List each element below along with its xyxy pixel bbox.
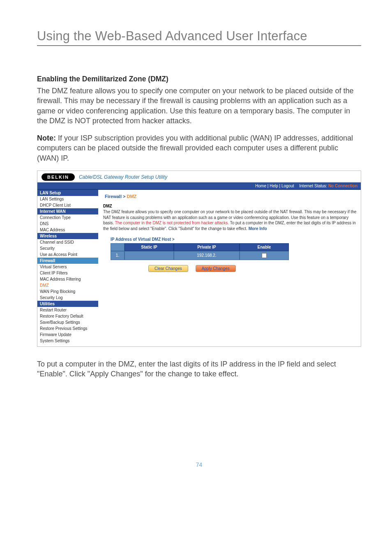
dmz-table-header-row: Static IP Private IP Enable (111, 243, 357, 251)
sidebar-item-mac-filtering[interactable]: MAC Address Filtering (37, 276, 98, 282)
enable-checkbox[interactable] (262, 253, 267, 258)
internet-status-value: No Connection (328, 184, 357, 188)
sidebar-item-firmware-update[interactable]: Firmware Update (37, 332, 98, 338)
th-enable: Enable (240, 243, 289, 251)
sidebar-item-virtual-servers[interactable]: Virtual Servers (37, 264, 98, 270)
sidebar-item-security[interactable]: Security (37, 245, 98, 251)
internet-status-label: Internet Status: (299, 184, 327, 188)
sidebar-head-lan: LAN Setup (37, 190, 98, 196)
sidebar-item-dns[interactable]: DNS (37, 221, 98, 227)
sidebar-item-restore-previous[interactable]: Restore Previous Settings (37, 325, 98, 332)
sidebar-item-save-backup[interactable]: Save/Backup Settings (37, 319, 98, 325)
sidebar-item-system-settings[interactable]: System Settings (37, 338, 98, 344)
th-private-ip: Private IP (174, 243, 240, 251)
clear-changes-button[interactable]: Clear Changes (148, 265, 188, 272)
topbar: Home | Help | Logout Internet Status: No… (37, 182, 361, 190)
breadcrumb-firewall: Firewall > (105, 194, 127, 199)
sidebar-item-security-log[interactable]: Security Log (37, 295, 98, 301)
virtual-dmz-subhead: IP Address of Virtual DMZ Host > (111, 237, 357, 242)
sidebar-item-channel-ssid[interactable]: Channel and SSID (37, 239, 98, 245)
sidebar-head-wan: Internet WAN (37, 208, 98, 214)
td-private-ip[interactable]: 192.168.2. (174, 251, 240, 260)
th-index-spacer (111, 243, 125, 251)
sidebar-item-lan-settings[interactable]: LAN Settings (37, 196, 98, 202)
nav-home-link[interactable]: Home (255, 184, 266, 188)
shot-header-bar: BELKIN Cable/DSL Gateway Router Setup Ut… (37, 171, 361, 182)
sidebar-item-use-as-ap[interactable]: Use as Access Point (37, 251, 98, 258)
sidebar-head-wireless: Wireless (37, 233, 98, 239)
router-ui-screenshot: BELKIN Cable/DSL Gateway Router Setup Ut… (37, 171, 361, 347)
note-body: If your ISP subscription provides you wi… (37, 134, 353, 162)
belkin-logo: BELKIN (42, 173, 75, 181)
content-section-label: DMZ (103, 204, 357, 208)
nav-help-link[interactable]: Help (270, 184, 278, 188)
sidebar: LAN Setup LAN Settings DHCP Client List … (37, 190, 98, 346)
button-row: Clear Changes Apply Changes (148, 265, 357, 272)
nav-logout-link[interactable]: Logout (281, 184, 294, 188)
page-title: Using the Web-Based Advanced User Interf… (37, 29, 361, 44)
sidebar-item-client-ip-filters[interactable]: Client IP Filters (37, 270, 98, 276)
td-static-ip[interactable] (125, 251, 174, 260)
page-number: 74 (37, 461, 361, 468)
breadcrumb: Firewall > DMZ (105, 194, 357, 199)
intro-paragraph: The DMZ feature allows you to specify on… (37, 86, 361, 126)
content-description: The DMZ feature allows you to specify on… (103, 209, 357, 231)
apply-changes-button[interactable]: Apply Changes (196, 265, 236, 272)
sidebar-item-dmz[interactable]: DMZ (37, 282, 98, 288)
desc-warning: The computer in the DMZ is not protected… (115, 221, 229, 225)
more-info-link[interactable]: More Info (249, 226, 267, 231)
sidebar-head-utilities: Utilities (37, 301, 98, 307)
sidebar-item-restart-router[interactable]: Restart Router (37, 307, 98, 313)
sidebar-item-connection-type[interactable]: Connection Type (37, 214, 98, 221)
sidebar-item-mac-address[interactable]: MAC Address (37, 227, 98, 233)
closing-paragraph: To put a computer in the DMZ, enter the … (37, 359, 361, 379)
section-heading: Enabling the Demilitarized Zone (DMZ) (37, 75, 361, 83)
content-pane: Firewall > DMZ DMZ The DMZ feature allow… (98, 190, 361, 346)
sidebar-item-dhcp-client-list[interactable]: DHCP Client List (37, 202, 98, 208)
note-paragraph: Note: If your ISP subscription provides … (37, 133, 361, 163)
sidebar-head-firewall[interactable]: Firewall (37, 258, 98, 264)
note-label: Note: (37, 134, 56, 142)
th-static-ip: Static IP (125, 243, 174, 251)
sidebar-item-wan-ping-blocking[interactable]: WAN Ping Blocking (37, 288, 98, 295)
sidebar-item-restore-factory[interactable]: Restore Factory Default (37, 313, 98, 319)
utility-tagline: Cable/DSL Gateway Router Setup Utility (79, 174, 167, 180)
td-index: 1. (111, 251, 125, 260)
dmz-table-row: 1. 192.168.2. (111, 251, 357, 260)
title-divider (37, 45, 361, 46)
td-enable (240, 251, 289, 260)
breadcrumb-dmz: DMZ (127, 194, 137, 199)
